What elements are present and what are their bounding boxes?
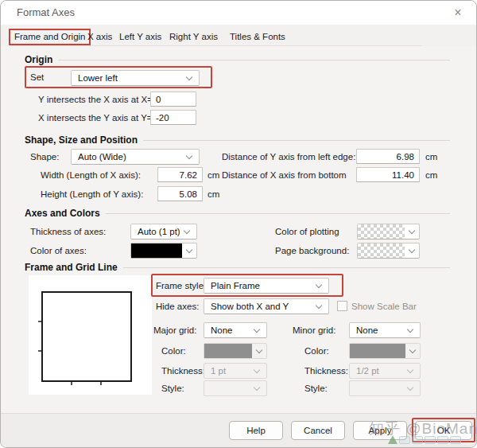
major-thickness-label: Thickness: (161, 366, 205, 376)
tab-titles-fonts[interactable]: Titles & Fonts (224, 29, 291, 45)
width-label: Width (Length of X axis): (41, 170, 141, 180)
page-background-dropdown[interactable] (357, 243, 420, 259)
axes-colors-header: Axes and Colors (25, 208, 450, 219)
origin-header: Origin (25, 54, 450, 65)
chevron-down-icon (407, 366, 413, 372)
color-plotting-dropdown[interactable] (357, 224, 420, 240)
chevron-down-icon (186, 246, 192, 252)
x-intersect-input[interactable] (150, 110, 196, 125)
chevron-down-icon (254, 325, 260, 332)
minor-grid-value: None (356, 325, 403, 335)
dialog-title: Format Axes (17, 1, 75, 25)
minor-thickness-dropdown: 1/2 pt (349, 363, 421, 379)
height-input[interactable] (157, 186, 203, 201)
major-grid-dropdown[interactable]: None (204, 322, 267, 338)
tab-right-y-axis[interactable]: Right Y axis (164, 29, 223, 45)
chevron-down-icon (186, 73, 192, 80)
frame-style-value: Plain Frame (211, 281, 312, 290)
thickness-axes-label: Thickness of axes: (30, 227, 106, 236)
hide-axes-value: Show both X and Y (211, 302, 312, 311)
y-intersect-label: Y intersects the X axis at X= (38, 95, 153, 104)
chevron-down-icon (184, 227, 190, 233)
gray-color-swatch (204, 344, 252, 358)
minor-grid-dropdown[interactable]: None (349, 322, 421, 338)
major-thickness-value: 1 pt (211, 366, 250, 376)
shape-value: Auto (Wide) (78, 152, 182, 162)
major-color-label: Color: (161, 346, 186, 356)
major-color-dropdown (204, 343, 267, 359)
gray-color-swatch (350, 344, 405, 358)
chevron-down-icon (409, 246, 415, 252)
height-unit: cm (207, 189, 219, 199)
thickness-axes-dropdown[interactable]: Auto (1 pt) (130, 224, 197, 240)
minor-color-dropdown (349, 343, 421, 359)
origin-set-value: Lower left (78, 73, 182, 83)
color-axes-label: Color of axes: (30, 246, 87, 255)
width-input[interactable] (157, 167, 203, 182)
minor-color-label: Color: (304, 346, 329, 356)
tabstrip-divider (10, 45, 422, 46)
dist-y-label: Distance of Y axis from left edge: (222, 152, 355, 162)
major-style-label: Style: (161, 384, 184, 393)
frame-grid-header: Frame and Grid Line (25, 262, 450, 273)
cancel-button[interactable]: Cancel (291, 421, 345, 440)
origin-set-dropdown[interactable]: Lower left (71, 70, 200, 86)
major-thickness-dropdown: 1 pt (204, 363, 267, 379)
help-button[interactable]: Help (229, 421, 283, 440)
dist-x-label: Distance of X axis from bottom (222, 170, 347, 180)
major-grid-value: None (211, 325, 250, 335)
frame-preview-plot (29, 275, 152, 395)
chevron-down-icon (407, 325, 413, 332)
chevron-down-icon (256, 346, 262, 353)
tab-left-y-axis[interactable]: Left Y axis (114, 29, 167, 45)
tab-frame-and-origin[interactable]: Frame and Origin (9, 29, 91, 45)
shape-label: Shape: (30, 152, 59, 162)
frame-style-dropdown[interactable]: Plain Frame (204, 278, 329, 294)
dist-y-unit: cm (425, 152, 437, 162)
hide-axes-dropdown[interactable]: Show both X and Y (204, 298, 329, 314)
tab-x-axis[interactable]: X axis (82, 29, 118, 45)
color-axes-dropdown[interactable] (130, 243, 197, 259)
format-axes-dialog: Format Axes × Frame and Origin X axis Le… (0, 0, 477, 448)
transparent-color-swatch (358, 224, 405, 239)
minor-style-label: Style: (304, 384, 328, 393)
minor-grid-label: Minor grid: (293, 325, 335, 335)
minor-thickness-value: 1/2 pt (356, 366, 403, 376)
minor-thickness-label: Thickness: (304, 366, 348, 376)
frame-style-label: Frame style: (156, 281, 206, 290)
page-background-label: Page background: (275, 246, 349, 255)
major-grid-label: Major grid: (153, 325, 196, 335)
chevron-down-icon (254, 366, 260, 372)
show-scale-bar-checkbox (337, 301, 347, 311)
dist-y-input[interactable] (356, 149, 420, 164)
color-plotting-label: Color of plotting (275, 227, 339, 236)
set-label: Set (30, 72, 44, 82)
hide-axes-label: Hide axes: (156, 302, 199, 311)
title-bar: Format Axes × (1, 1, 476, 25)
transparent-color-swatch (358, 243, 405, 258)
chevron-down-icon (409, 346, 416, 353)
x-intersect-label: X intersects the Y axis at Y= (38, 113, 153, 123)
chevron-down-icon (316, 302, 322, 308)
show-scale-bar-label: Show Scale Bar (351, 302, 417, 311)
chevron-down-icon (316, 281, 322, 287)
shape-dropdown[interactable]: Auto (Wide) (71, 149, 200, 165)
width-unit: cm (207, 170, 219, 180)
shape-header: Shape, Size and Position (25, 134, 450, 146)
chevron-down-icon (409, 227, 415, 233)
ok-button[interactable]: OK (415, 421, 472, 440)
thickness-axes-value: Auto (1 pt) (138, 227, 180, 236)
y-intersect-input[interactable] (150, 92, 196, 107)
minor-style-dropdown (349, 380, 421, 396)
close-icon[interactable]: × (449, 5, 467, 21)
black-color-swatch (131, 243, 182, 258)
apply-button[interactable]: Apply (353, 421, 407, 440)
frame-preview (29, 275, 152, 395)
dist-x-input[interactable] (356, 167, 420, 182)
chevron-down-icon (186, 152, 192, 158)
chevron-down-icon (254, 384, 260, 390)
chevron-down-icon (407, 384, 413, 390)
dist-x-unit: cm (425, 170, 437, 180)
major-style-dropdown (204, 380, 267, 396)
height-label: Height (Length of Y axis): (41, 189, 143, 199)
